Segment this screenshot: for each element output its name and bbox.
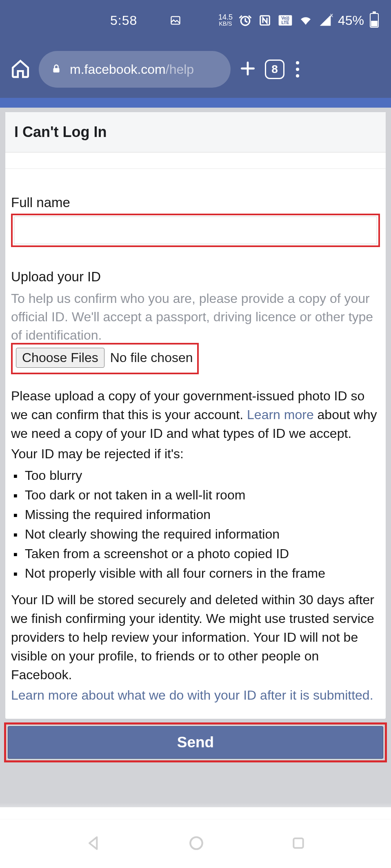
status-bar: 5:58 14.5 KB/S Vo))LTE x 45% xyxy=(0,0,391,41)
signal-icon: x xyxy=(318,13,332,27)
list-item: Not clearly showing the required informa… xyxy=(13,524,380,544)
volte-icon: Vo))LTE xyxy=(278,13,293,27)
recents-icon[interactable] xyxy=(290,835,307,853)
send-highlight: Send xyxy=(4,722,387,762)
alarm-icon xyxy=(238,13,252,27)
rejection-list: Too blurry Too dark or not taken in a we… xyxy=(11,466,380,583)
svg-rect-6 xyxy=(53,68,59,72)
home-nav-icon[interactable] xyxy=(187,834,205,854)
battery-percent: 45% xyxy=(338,13,364,28)
browser-toolbar: m.facebook.com/help 8 xyxy=(0,41,391,98)
list-item: Too dark or not taken in a well-lit room xyxy=(13,485,380,505)
new-tab-icon[interactable] xyxy=(239,60,257,79)
menu-icon[interactable] xyxy=(293,61,302,77)
file-upload-highlight: Choose Files No file chosen xyxy=(11,343,199,374)
full-name-input[interactable] xyxy=(14,216,377,244)
brand-strip xyxy=(0,98,391,108)
clock-time: 5:58 xyxy=(110,13,137,28)
back-icon[interactable] xyxy=(85,834,103,854)
storage-paragraph: Your ID will be stored securely and dele… xyxy=(11,590,380,684)
tab-switcher[interactable]: 8 xyxy=(265,60,284,79)
network-speed: 14.5 KB/S xyxy=(218,14,233,27)
lock-icon xyxy=(51,62,62,77)
url-text: m.facebook.com/help xyxy=(70,62,194,77)
android-nav-bar xyxy=(0,819,391,868)
url-bar[interactable]: m.facebook.com/help xyxy=(39,51,231,88)
form-card: I Can't Log In Full name Upload your ID … xyxy=(5,112,386,719)
list-item: Taken from a screenshot or a photo copie… xyxy=(13,544,380,563)
full-name-highlight xyxy=(11,214,380,247)
nfc-icon xyxy=(258,13,272,27)
send-button[interactable]: Send xyxy=(8,726,383,759)
list-item: Too blurry xyxy=(13,466,380,485)
svg-point-7 xyxy=(190,837,202,849)
svg-text:Vo)): Vo)) xyxy=(281,15,289,20)
instructions-paragraph: Please upload a copy of your government-… xyxy=(11,387,380,443)
home-icon[interactable] xyxy=(10,58,31,80)
list-item: Not properly visible with all four corne… xyxy=(13,563,380,583)
below-content xyxy=(0,771,391,807)
svg-rect-8 xyxy=(293,838,303,848)
battery-icon xyxy=(370,13,379,28)
picture-icon xyxy=(169,13,182,27)
file-status-text: No file chosen xyxy=(110,349,193,367)
upload-id-label: Upload your ID xyxy=(11,267,380,286)
full-name-label: Full name xyxy=(11,193,380,212)
learn-more-link-1[interactable]: Learn more xyxy=(247,407,314,422)
rejected-intro: Your ID may be rejected if it's: xyxy=(11,444,380,463)
choose-files-button[interactable]: Choose Files xyxy=(16,348,104,368)
list-item: Missing the required information xyxy=(13,505,380,524)
svg-text:LTE: LTE xyxy=(281,20,289,25)
wifi-icon xyxy=(299,13,313,27)
learn-more-link-2[interactable]: Learn more about what we do with your ID… xyxy=(11,686,380,705)
upload-help-text: To help us confirm who you are, please p… xyxy=(11,289,380,344)
page-title: I Can't Log In xyxy=(5,112,386,152)
